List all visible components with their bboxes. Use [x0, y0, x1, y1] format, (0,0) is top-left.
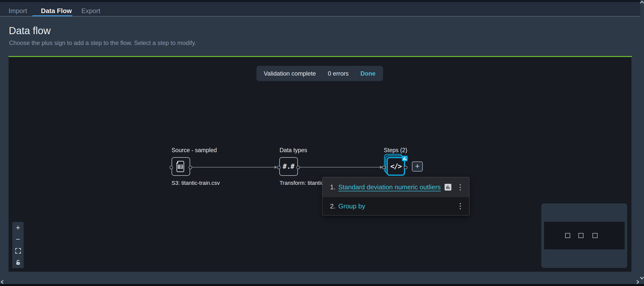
step-number: 2. — [330, 202, 338, 210]
port — [296, 166, 300, 169]
tab-export[interactable]: Export — [81, 7, 100, 15]
scroll-up-arrow[interactable] — [640, 1, 644, 5]
steps-node-title: Steps (2) — [384, 147, 407, 154]
tab-data-flow[interactable]: Data Flow — [41, 7, 72, 15]
page-subtitle: Choose the plus sign to add a step to th… — [9, 39, 196, 47]
active-tab-underline — [32, 15, 72, 16]
number-icon: #.# — [283, 163, 295, 170]
minimap-node — [578, 233, 583, 238]
plus-icon: + — [415, 162, 420, 170]
port — [382, 166, 386, 169]
source-node[interactable] — [172, 157, 190, 176]
tab-bar: Import Data Flow Export — [0, 2, 640, 17]
port — [170, 166, 173, 169]
minus-icon: − — [16, 235, 20, 244]
port — [277, 166, 281, 169]
edge-source-to-datatypes — [192, 167, 277, 167]
app-window: Import Data Flow Export Data flow Choose… — [0, 0, 644, 286]
datatypes-node-title: Data types — [280, 147, 307, 154]
code-icon: </> — [390, 162, 402, 170]
step-menu-item-1[interactable]: 1. Standard deviation numeric outliers — [323, 177, 469, 197]
validation-status-text: Validation complete — [264, 70, 316, 77]
step-number: 1. — [330, 183, 338, 191]
bar-chart-icon — [403, 157, 407, 160]
source-node-subtitle: S3: titantic-train.csv — [172, 180, 220, 186]
zoom-out-button[interactable]: − — [12, 234, 24, 245]
port — [404, 166, 407, 169]
edge-datatypes-to-steps — [299, 167, 382, 167]
steps-menu: 1. Standard deviation numeric outliers 2… — [322, 177, 469, 215]
step-options-kebab[interactable] — [460, 203, 461, 209]
scroll-down-arrow[interactable] — [640, 276, 644, 281]
tab-import[interactable]: Import — [9, 7, 27, 15]
done-button[interactable]: Done — [360, 70, 375, 77]
lock-layout-button[interactable] — [12, 257, 24, 268]
minimap-viewport — [544, 222, 625, 249]
minimap-node — [593, 233, 598, 238]
file-icon — [175, 161, 186, 172]
step-menu-item-2[interactable]: 2. Group by — [323, 197, 469, 215]
window-top-strip — [0, 0, 640, 2]
flow-canvas[interactable]: Validation complete 0 errors Done Source… — [9, 57, 631, 272]
add-step-button[interactable]: + — [412, 161, 423, 171]
minimap[interactable] — [541, 203, 627, 268]
step-link-std-deviation[interactable]: Standard deviation numeric outliers — [338, 183, 441, 191]
steps-chart-badge — [402, 156, 408, 161]
zoom-in-button[interactable]: + — [12, 222, 24, 234]
horizontal-scrollbar-track[interactable] — [0, 284, 644, 286]
unlock-icon — [15, 259, 21, 265]
step-chart-button[interactable] — [445, 184, 451, 191]
error-count: 0 errors — [328, 70, 349, 77]
fit-screen-icon — [15, 248, 21, 254]
step-options-kebab[interactable] — [460, 184, 461, 190]
step-link-group-by[interactable]: Group by — [338, 202, 365, 210]
source-node-title: Source - sampled — [172, 147, 217, 154]
page-title: Data flow — [9, 25, 51, 36]
plus-icon: + — [16, 223, 20, 232]
validation-banner: Validation complete 0 errors Done — [256, 66, 383, 81]
minimap-node — [565, 233, 570, 238]
port — [189, 166, 192, 169]
bar-chart-icon — [446, 186, 450, 189]
zoom-toolbar: + − — [12, 222, 24, 268]
datatypes-node[interactable]: #.# — [279, 157, 298, 176]
fit-screen-button[interactable] — [12, 245, 24, 257]
